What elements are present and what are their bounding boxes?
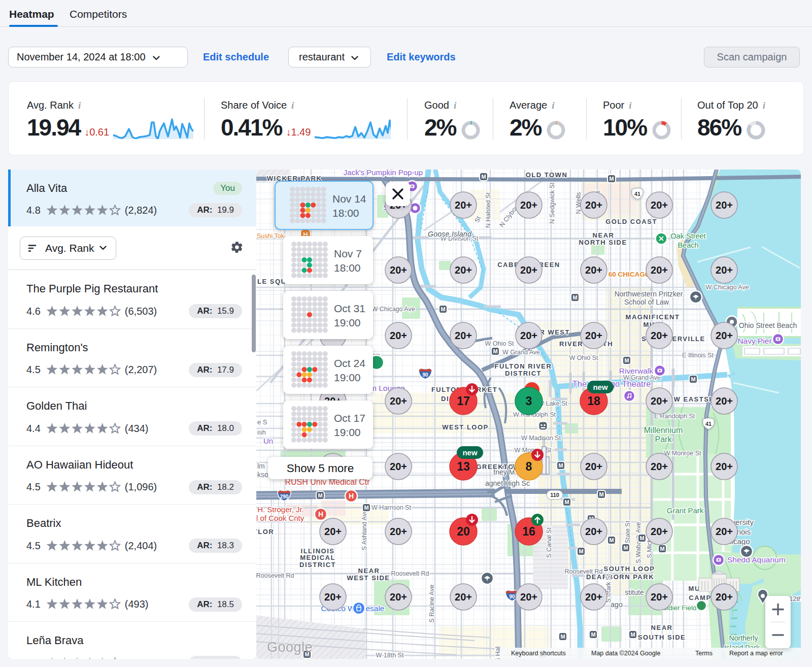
svg-text:MAGNIFICENT: MAGNIFICENT [626, 313, 680, 321]
svg-text:Northwestern Pritzker: Northwestern Pritzker [615, 290, 683, 298]
svg-text:20+: 20+ [390, 330, 407, 341]
svg-text:20+: 20+ [651, 264, 668, 276]
svg-text:WEST LOOP: WEST LOOP [442, 423, 489, 431]
svg-text:E Illinois St: E Illinois St [682, 352, 714, 359]
svg-text:Oct 17: Oct 17 [334, 412, 365, 424]
svg-text:Report a map error: Report a map error [729, 650, 783, 657]
svg-text:110: 110 [550, 492, 559, 498]
svg-text:20+: 20+ [390, 461, 407, 472]
svg-text:20+: 20+ [520, 264, 537, 276]
svg-text:S Canal St: S Canal St [546, 527, 553, 558]
svg-text:M: M [579, 548, 583, 554]
svg-text:20+: 20+ [324, 591, 342, 603]
svg-text:18:00: 18:00 [334, 262, 361, 274]
svg-text:8: 8 [526, 460, 532, 473]
svg-text:20+: 20+ [585, 526, 602, 537]
svg-text:19:00: 19:00 [334, 372, 361, 383]
svg-text:20+: 20+ [585, 264, 602, 276]
svg-text:Show 5 more: Show 5 more [287, 462, 354, 475]
svg-text:FULTON RIVER: FULTON RIVER [495, 362, 552, 370]
svg-text:Park: Park [655, 435, 672, 444]
svg-text:20+: 20+ [324, 526, 342, 537]
svg-text:Shedd Aquarium: Shedd Aquarium [727, 555, 786, 564]
svg-text:Northerly: Northerly [729, 634, 758, 642]
svg-text:20+: 20+ [455, 591, 472, 603]
svg-text:Un: Un [263, 437, 273, 445]
svg-text:13: 13 [457, 460, 470, 473]
svg-text:Riverwalk: Riverwalk [619, 366, 653, 375]
svg-text:M: M [558, 462, 563, 469]
svg-text:41: 41 [634, 191, 640, 197]
svg-text:Google: Google [267, 640, 313, 655]
svg-text:Jack's Pumpkin Pop-up: Jack's Pumpkin Pop-up [344, 170, 423, 177]
svg-text:ish: ish [257, 428, 266, 436]
svg-text:M: M [441, 306, 445, 312]
svg-text:DISTRICT: DISTRICT [505, 370, 542, 377]
svg-text:20+: 20+ [520, 591, 537, 603]
svg-text:12th Str: 12th Str [789, 595, 801, 603]
svg-text:16: 16 [522, 525, 535, 538]
svg-text:20+: 20+ [390, 591, 407, 603]
svg-text:NEAR: NEAR [358, 567, 380, 575]
svg-text:W Chicago Ave: W Chicago Ave [371, 306, 415, 313]
svg-text:M: M [493, 348, 497, 354]
svg-text:Roosevelt Rd: Roosevelt Rd [391, 570, 429, 577]
svg-text:90: 90 [422, 372, 428, 378]
svg-text:20+: 20+ [520, 199, 537, 211]
svg-text:W Madison St: W Madison St [521, 435, 561, 442]
svg-text:M: M [572, 294, 577, 301]
svg-text:20+: 20+ [716, 330, 733, 341]
svg-text:18:00: 18:00 [332, 207, 359, 219]
svg-text:SOUTH LOOP: SOUTH LOOP [604, 565, 655, 573]
svg-text:Sushi Tok: Sushi Tok [257, 232, 285, 240]
svg-text:20+: 20+ [651, 461, 668, 472]
svg-text:M: M [481, 174, 486, 180]
svg-text:20+: 20+ [716, 461, 733, 472]
svg-text:20+: 20+ [716, 395, 733, 407]
svg-text:M: M [318, 492, 322, 498]
svg-text:20+: 20+ [716, 199, 733, 211]
svg-text:kso: kso [257, 471, 268, 479]
svg-text:M: M [591, 631, 595, 638]
svg-text:20+: 20+ [651, 330, 668, 341]
svg-text:M: M [599, 491, 603, 497]
svg-text:Grant Park: Grant Park [667, 506, 704, 515]
svg-text:agnet High Sc: agnet High Sc [485, 479, 530, 487]
svg-text:90: 90 [509, 594, 515, 599]
svg-text:NEAR: NEAR [593, 231, 615, 239]
svg-text:20+: 20+ [651, 591, 668, 603]
svg-text:M: M [560, 633, 565, 640]
svg-text:20+: 20+ [390, 264, 407, 276]
svg-text:S Racine Ave: S Racine Ave [428, 585, 435, 623]
svg-text:Nov 7: Nov 7 [334, 248, 362, 259]
svg-text:H. Stroger, Jr.: H. Stroger, Jr. [257, 505, 304, 514]
svg-text:School of Law: School of Law [624, 298, 669, 306]
svg-text:19:00: 19:00 [334, 426, 361, 438]
svg-text:Goose Island: Goose Island [428, 230, 472, 238]
svg-text:Roosevelt Rd: Roosevelt Rd [564, 568, 602, 575]
svg-text:17: 17 [457, 394, 470, 408]
svg-text:NORTH SIDE: NORTH SIDE [579, 239, 627, 246]
svg-text:N Sedgwick St: N Sedgwick St [549, 182, 556, 224]
svg-text:20+: 20+ [716, 591, 733, 603]
svg-text:20+: 20+ [390, 526, 407, 537]
svg-text:20+: 20+ [585, 591, 602, 603]
svg-text:M: M [691, 376, 695, 382]
svg-text:Roosevelt Rd: Roosevelt Rd [256, 572, 294, 579]
svg-text:290: 290 [280, 494, 289, 499]
svg-text:N Halsted St: N Halsted St [485, 192, 492, 228]
svg-text:new: new [462, 448, 478, 457]
svg-text:W Ohio St: W Ohio St [485, 340, 514, 347]
svg-text:W Chicago Ave: W Chicago Ave [705, 284, 749, 291]
svg-text:M: M [624, 357, 629, 363]
svg-text:20+: 20+ [585, 461, 602, 472]
svg-text:stitute: stitute [625, 588, 644, 596]
svg-text:M: M [609, 537, 614, 543]
svg-text:20+: 20+ [455, 264, 472, 276]
svg-text:ago: ago [611, 601, 623, 609]
svg-text:Oct 24: Oct 24 [334, 357, 365, 369]
svg-text:TAYLOR: TAYLOR [256, 528, 274, 536]
svg-text:M: M [623, 545, 628, 551]
svg-text:Oak Street: Oak Street [670, 232, 705, 240]
svg-text:Navy Pier: Navy Pier [737, 337, 771, 345]
